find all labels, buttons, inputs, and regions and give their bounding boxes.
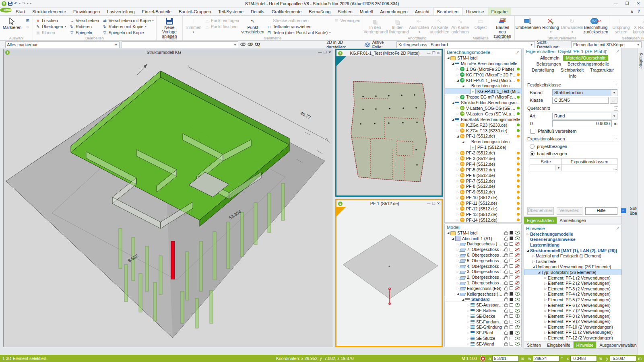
tree-item[interactable]: Berechnungssichten <box>445 83 521 88</box>
tree-item[interactable]: Element: PF-12 (2 Verwendungen) <box>524 335 621 341</box>
selectable-checkbox[interactable] <box>510 248 513 251</box>
maximize-button[interactable]: ❐ <box>323 50 326 54</box>
klasse-input[interactable]: C 35/45 <box>552 97 609 104</box>
eye-icon[interactable] <box>515 264 520 268</box>
tree-item[interactable]: SE-Aussparung <box>445 302 521 308</box>
ribbon-tab[interactable]: Strukturelemente <box>29 8 70 15</box>
tree-item[interactable]: Abschnitt 1 (A1) <box>445 236 521 241</box>
property-tab[interactable]: Berechnungsmodelle <box>565 61 612 67</box>
pfahlfuss-checkbox[interactable] <box>530 129 535 134</box>
expander-icon[interactable] <box>446 231 450 234</box>
selectable-checkbox[interactable] <box>510 259 513 262</box>
selectable-checkbox[interactable] <box>510 337 513 340</box>
ribbon-tab[interactable]: Einzel-Bauteile <box>138 8 175 15</box>
tree-item[interactable]: PF-6 (S512.de) <box>445 173 521 178</box>
expander-icon[interactable] <box>456 134 460 138</box>
expander-icon[interactable] <box>456 207 460 210</box>
teilen-button[interactable]: ⊟Teilen (über Punkt auf Kante)▾ <box>266 30 332 35</box>
selectable-checkbox[interactable] <box>510 281 513 285</box>
expander-icon[interactable] <box>456 190 460 194</box>
expander-icon[interactable] <box>456 162 460 166</box>
tree-item[interactable]: K.ZGo.F.23 (S230.de) <box>445 122 521 128</box>
collapse-ribbon-icon[interactable]: ∧ <box>630 9 634 14</box>
lock-icon[interactable] <box>504 238 508 241</box>
plan-2d-view[interactable] <box>336 56 442 195</box>
expander-icon[interactable] <box>461 140 465 144</box>
expander-icon[interactable] <box>543 292 548 296</box>
undo-icon[interactable]: ↶ <box>14 1 17 6</box>
ribbon-tab[interactable]: Teil-Systeme <box>215 8 247 15</box>
tree-item[interactable]: 6. Obergeschoss (6.OG) <box>445 252 521 258</box>
lock-icon[interactable] <box>504 254 508 257</box>
expander-icon[interactable] <box>543 287 548 290</box>
expander-icon[interactable] <box>456 112 460 115</box>
lock-icon[interactable] <box>504 304 508 307</box>
aktive-folie-select[interactable]: Kellergeschoss : Standard▼ <box>396 41 535 48</box>
expander-icon[interactable] <box>543 314 548 318</box>
eye-icon[interactable] <box>515 325 520 329</box>
minimize-button[interactable]: — <box>318 50 322 54</box>
tree-item[interactable]: PF-1 (S512.de) <box>445 144 521 150</box>
selectable-checkbox[interactable] <box>510 270 513 274</box>
expander-icon[interactable] <box>456 202 460 205</box>
expander-icon[interactable] <box>466 309 471 313</box>
expander-icon[interactable] <box>543 336 548 340</box>
seite-select[interactable]: ▼ <box>530 165 562 171</box>
cube-icon[interactable] <box>365 42 370 47</box>
ribbon-tab[interactable]: Grafikelemente <box>268 8 305 15</box>
tree-item[interactable]: PF-1 (S512.de) <box>445 133 521 139</box>
expander-icon[interactable] <box>456 95 460 99</box>
tree-item[interactable]: Element: PF-4 (2 Verwendungen) <box>524 292 621 297</box>
expander-icon[interactable] <box>456 151 460 155</box>
selectable-checkbox[interactable] <box>510 276 513 279</box>
tree-item[interactable]: Element: PF-1 (2 Verwendungen) <box>524 275 621 281</box>
field-input[interactable]: 5.3201 <box>492 356 519 362</box>
close-button[interactable]: ✕ <box>328 50 331 54</box>
uebertragen-button[interactable]: ✎Übertragen▾ <box>35 24 67 29</box>
eye-icon[interactable] <box>515 276 520 279</box>
expander-icon[interactable] <box>451 101 455 105</box>
tree-item[interactable]: Treppe EG mP (MicroFe 3D Gescho... <box>445 94 521 100</box>
lock-icon[interactable] <box>504 298 508 301</box>
expander-icon[interactable] <box>456 78 460 82</box>
expander-icon[interactable] <box>456 212 460 216</box>
selectable-checkbox[interactable] <box>510 253 513 257</box>
eye-icon[interactable] <box>515 231 520 234</box>
ribbon-tab[interactable]: Einwirkungen <box>70 8 103 15</box>
expander-icon[interactable] <box>531 259 536 263</box>
expander-icon[interactable] <box>543 276 548 280</box>
eye-icon[interactable] <box>515 331 520 335</box>
markieren-lasso-button[interactable]: ◌ <box>24 24 31 29</box>
expander-icon[interactable] <box>466 337 471 340</box>
selected-pile[interactable] <box>171 241 175 279</box>
tree-item[interactable]: Typ: Bohrpfahl (26 Elemente) <box>524 269 621 275</box>
pin-icon[interactable]: 📌︎ <box>616 49 619 53</box>
minimize-button[interactable]: — <box>610 0 621 7</box>
zoom-window-icon[interactable] <box>255 42 260 47</box>
minimize-button[interactable]: — <box>427 202 430 206</box>
tree-item[interactable]: 1.OG (MicroFe 2D Platte) <box>445 66 521 72</box>
tree-item[interactable]: Berechnungssichten <box>445 139 521 144</box>
tree-item[interactable]: PF-7 (S512.de) <box>445 178 521 184</box>
tree-item[interactable]: 3. Obergeschoss (3.OG) <box>445 269 521 275</box>
search-select[interactable]: ▼ <box>122 41 239 48</box>
toolbar-grip[interactable]: ⁞ <box>2 43 3 47</box>
sofort-uebernehmen-checkbox[interactable] <box>621 208 626 213</box>
zoom-selection-icon[interactable] <box>248 42 253 47</box>
rotieren-mit-kopie-button[interactable]: ↻Rotieren mit Kopie▾ <box>101 24 155 29</box>
expander-icon[interactable] <box>526 232 530 236</box>
customize-quick-access-icon[interactable]: ▾ <box>30 2 32 5</box>
punkt-verschieben-button[interactable]: ↖ Punkt verschieben <box>242 16 264 34</box>
teilkante-rausziehen-button[interactable]: ⊓Teilkante rausziehen <box>266 24 332 29</box>
tree-item[interactable]: SE-Pfahl <box>445 330 521 335</box>
tree-item[interactable]: SE-Decke <box>445 313 521 319</box>
selectable-checkbox[interactable] <box>510 320 513 323</box>
hilfe-button[interactable]: Hilfe <box>585 207 617 215</box>
tree-item[interactable]: Dachgeschoss (DG) <box>445 241 521 247</box>
pin-icon[interactable]: 📌︎ <box>616 226 619 230</box>
expander-icon[interactable] <box>456 156 460 160</box>
eye-icon[interactable] <box>515 320 520 323</box>
expander-icon[interactable] <box>466 325 471 329</box>
expander-icon[interactable] <box>456 218 460 222</box>
eye-icon[interactable] <box>515 270 520 274</box>
